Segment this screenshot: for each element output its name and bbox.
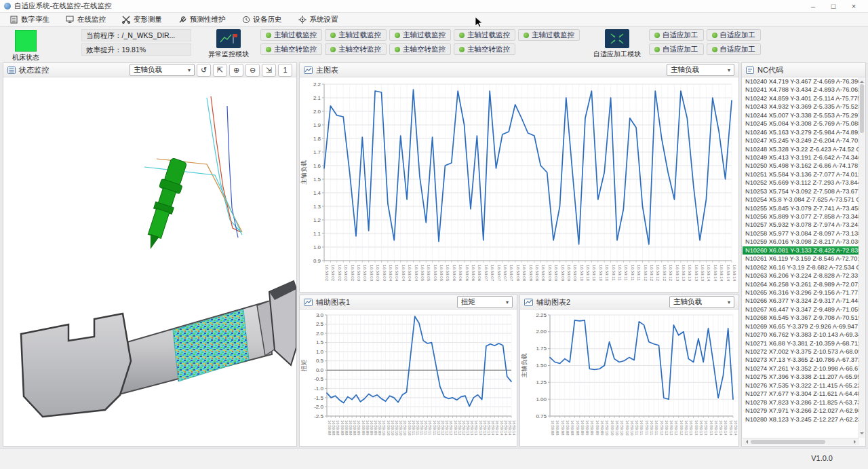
- svg-text:16:59:09: 16:59:09: [580, 420, 585, 436]
- zoom-in-button[interactable]: ⊕: [229, 64, 243, 77]
- nc-line[interactable]: N10280 X8.123 Y-3.245 Z-12.227 A-62.23: [743, 415, 859, 424]
- nc-line[interactable]: N10251 X5.584 Y-3.136 Z-7.077 A-74.012: [743, 170, 859, 179]
- nc-line[interactable]: N10277 X7.677 Y-3.304 Z-11.621 A-64.48: [743, 390, 859, 398]
- svg-text:-2.5: -2.5: [314, 413, 323, 419]
- nc-line[interactable]: N10257 X5.932 Y-3.078 Z-7.974 A-73.243: [743, 221, 859, 229]
- svg-text:16:59:11: 16:59:11: [412, 420, 416, 435]
- spindle-overload-monitor-button[interactable]: 主轴过载监控: [454, 29, 515, 41]
- spindle-idle-monitor-button[interactable]: 主轴空转监控: [260, 43, 322, 55]
- menu-item-history[interactable]: 设备历史: [236, 14, 288, 25]
- nc-line[interactable]: N10268 X6.545 Y-3.367 Z-9.708 A-70.519: [743, 314, 859, 322]
- nc-line[interactable]: N10274 X7.261 Y-3.352 Z-10.998 A-66.67: [743, 364, 859, 373]
- nc-line[interactable]: N10266 X6.377 Y-3.324 Z-9.317 A-71.443: [743, 297, 859, 305]
- nc-line[interactable]: N10278 X7.823 Y-3.286 Z-11.825 A-63.73: [743, 398, 859, 407]
- nc-line[interactable]: N10244 X5.007 Y-3.338 Z-5.553 A-75.297: [743, 111, 859, 119]
- nc-vertical-scrollbar[interactable]: [859, 77, 865, 438]
- zoom-level-button[interactable]: 1: [278, 64, 292, 77]
- nc-line[interactable]: N10264 X6.258 Y-3.261 Z-8.989 A-72.072: [743, 280, 859, 288]
- nc-line[interactable]: N10252 X5.669 Y-3.112 Z-7.293 A-73.844: [743, 179, 859, 187]
- nc-line[interactable]: N10261 X6.119 Y-3.159 Z-8.546 A-72.701: [743, 255, 859, 263]
- nc-line[interactable]: N10273 X7.13 Y-3.365 Z-10.786 A-67.372: [743, 356, 859, 364]
- nc-line[interactable]: N10272 X7.002 Y-3.375 Z-10.573 A-68.05: [743, 348, 859, 356]
- aux2-title: 辅助图表2: [536, 297, 570, 307]
- adaptive-machining-button[interactable]: 自适应加工: [649, 43, 704, 55]
- minimize-button[interactable]: –: [803, 0, 823, 12]
- adaptive-machining-button[interactable]: 自适应加工: [649, 29, 704, 41]
- nc-line[interactable]: N10253 X5.754 Y-3.092 Z-7.508 A-73.677: [743, 187, 859, 195]
- svg-text:16:59:07: 16:59:07: [484, 265, 489, 282]
- nc-line[interactable]: N10240 X4.719 Y-3.467 Z-4.669 A-76.396: [743, 77, 859, 86]
- svg-text:16:59:13: 16:59:13: [694, 420, 698, 436]
- nc-line[interactable]: N10271 X6.88 Y-3.381 Z-10.359 A-68.711: [743, 339, 859, 348]
- nc-line[interactable]: N10259 X6.016 Y-3.098 Z-8.217 A-73.036: [743, 238, 859, 246]
- svg-text:16:59:11: 16:59:11: [639, 420, 644, 435]
- nc-line[interactable]: N10256 X5.889 Y-3.077 Z-7.858 A-73.348: [743, 212, 859, 221]
- svg-text:16:59:09: 16:59:09: [370, 420, 374, 436]
- aux1-selector-dropdown[interactable]: 扭矩: [457, 296, 513, 308]
- nc-line[interactable]: N10276 X7.535 Y-3.322 Z-11.415 A-65.22: [743, 381, 859, 390]
- nc-line[interactable]: N10245 X5.084 Y-3.308 Z-5.769 A-75.088: [743, 119, 859, 128]
- nc-line[interactable]: N10263 X6.206 Y-3.224 Z-8.828 A-72.33 C: [743, 271, 859, 280]
- main-chart-selector-dropdown[interactable]: 主轴负载: [667, 64, 734, 76]
- menu-item-predictive[interactable]: 预测性维护: [172, 14, 232, 25]
- menu-item-online-monitor[interactable]: 在线监控: [60, 14, 112, 25]
- maximize-button[interactable]: □: [823, 0, 844, 12]
- nc-line[interactable]: N10275 X7.396 Y-3.338 Z-11.207 A-65.95: [743, 373, 859, 381]
- nc-line[interactable]: N10249 X5.413 Y-3.191 Z-6.642 A-74.346: [743, 153, 859, 162]
- nc-line[interactable]: N10258 X5.977 Y-3.084 Z-8.097 A-73.138: [743, 229, 859, 238]
- nc-line[interactable]: N10255 X5.845 Y-3.079 Z-7.741 A-73.458: [743, 204, 859, 212]
- nc-line[interactable]: N10262 X6.16 Y-3.19 Z-8.682 A-72.534 C: [743, 263, 859, 271]
- orbit-button[interactable]: ↺: [197, 64, 211, 77]
- nc-line[interactable]: N10260 X6.081 Y-3.133 Z-8.422 A-72.835: [743, 246, 859, 255]
- nc-line[interactable]: N10270 X6.762 Y-3.383 Z-10.143 A-69.34: [743, 331, 859, 339]
- svg-text:16:59:13: 16:59:13: [701, 265, 705, 282]
- 3d-viewport[interactable]: [3, 77, 296, 446]
- nc-line[interactable]: N10242 X4.859 Y-3.401 Z-5.114 A-75.775: [743, 94, 859, 102]
- scroll-down-icon[interactable]: [860, 432, 864, 436]
- svg-text:16:59:12: 16:59:12: [679, 420, 684, 436]
- adaptive-machining-button[interactable]: 自适应加工: [707, 29, 762, 41]
- adaptive-machining-button[interactable]: 自适应加工: [707, 43, 762, 55]
- nc-line[interactable]: N10250 X5.498 Y-3.162 Z-6.86 A-74.178 C: [743, 162, 859, 170]
- pan-button[interactable]: ⇱: [213, 64, 227, 77]
- nc-line[interactable]: N10254 X5.8 Y-3.084 Z-7.625 A-73.571 C: [743, 195, 859, 204]
- vertical-scroll-thumb[interactable]: [860, 84, 864, 133]
- aux2-selector-dropdown[interactable]: 主轴负载: [669, 296, 734, 308]
- scroll-up-icon[interactable]: [860, 79, 864, 83]
- menu-item-settings[interactable]: 系统设置: [292, 14, 344, 25]
- spindle-idle-monitor-button[interactable]: 主轴空转监控: [325, 43, 387, 55]
- horizontal-scroll-thumb[interactable]: [751, 440, 825, 444]
- zoom-out-button[interactable]: ⊖: [245, 64, 260, 77]
- spindle-idle-monitor-button[interactable]: 主轴空转监控: [389, 43, 451, 55]
- spindle-overload-monitor-button[interactable]: 主轴过载监控: [518, 29, 580, 41]
- adaptive-module-label: 自适应加工模块: [591, 50, 644, 59]
- menu-item-deformation[interactable]: 变形测量: [116, 14, 168, 25]
- svg-text:16:59:14: 16:59:14: [719, 265, 724, 282]
- spindle-overload-monitor-button[interactable]: 主轴过载监控: [325, 29, 387, 41]
- nc-line[interactable]: N10265 X6.316 Y-3.296 Z-9.156 A-71.771: [743, 288, 859, 297]
- status-dot-icon: [395, 47, 400, 52]
- spindle-overload-monitor-button[interactable]: 主轴过载监控: [260, 29, 322, 41]
- nc-line[interactable]: N10247 X5.245 Y-3.249 Z-6.204 A-74.701: [743, 136, 859, 145]
- nc-line[interactable]: N10267 X6.447 Y-3.347 Z-9.489 A-71.055: [743, 305, 859, 314]
- nc-line[interactable]: N10246 X5.163 Y-3.279 Z-5.984 A-74.892: [743, 128, 859, 136]
- svg-text:16:59:11: 16:59:11: [631, 265, 635, 281]
- svg-text:-0.5: -0.5: [314, 376, 323, 382]
- nc-horizontal-scrollbar[interactable]: [743, 438, 859, 445]
- menu-item-digital-twin[interactable]: 数字孪生: [4, 14, 56, 25]
- signal-selector-dropdown[interactable]: 主轴负载: [130, 64, 195, 76]
- nc-line[interactable]: N10269 X6.65 Y-3.379 Z-9.926 A-69.947 C: [743, 322, 859, 331]
- svg-text:16:59:09: 16:59:09: [561, 265, 566, 282]
- nc-line[interactable]: N10279 X7.971 Y-3.266 Z-12.027 A-62.98: [743, 407, 859, 415]
- nc-line[interactable]: N10248 X5.328 Y-3.22 Z-6.423 A-74.52 C: [743, 145, 859, 153]
- nc-line[interactable]: N10241 X4.788 Y-3.434 Z-4.893 A-76.062: [743, 86, 859, 94]
- spindle-overload-monitor-button[interactable]: 主轴过载监控: [389, 29, 451, 41]
- spindle-idle-monitor-button[interactable]: 主轴空转监控: [454, 43, 515, 55]
- scroll-right-icon[interactable]: [854, 440, 858, 444]
- scroll-left-icon[interactable]: [744, 440, 748, 444]
- svg-text:主轴负载: 主轴负载: [300, 160, 307, 185]
- close-button[interactable]: ×: [844, 0, 864, 12]
- fit-view-button[interactable]: ⇲: [262, 64, 276, 77]
- nc-line[interactable]: N10243 X4.932 Y-3.369 Z-5.335 A-75.523: [743, 102, 859, 111]
- svg-text:16:59:13: 16:59:13: [709, 420, 713, 436]
